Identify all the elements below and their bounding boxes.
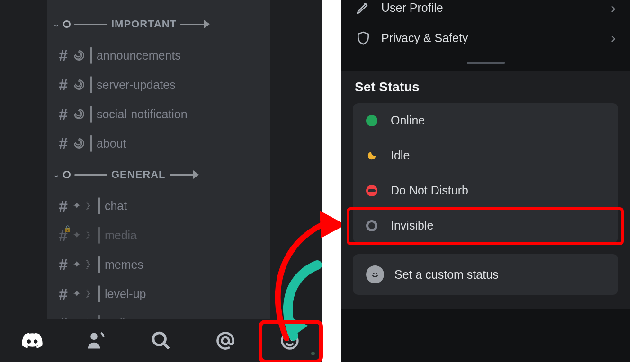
dnd-icon <box>366 185 377 196</box>
person-wave-icon <box>86 330 107 351</box>
megaphone-icon <box>72 78 86 91</box>
hash-locked-icon: #🔒 <box>59 226 68 245</box>
channel-name: social-notification <box>97 107 188 121</box>
hash-icon: # <box>59 46 68 65</box>
decor-arrow-line-icon <box>170 174 194 176</box>
settings-row-privacy-safety[interactable]: Privacy & Safety › <box>356 19 616 57</box>
chevron-right-icon: › <box>611 30 616 46</box>
status-label: Online <box>391 114 425 127</box>
channel-name: memes <box>105 258 143 272</box>
svg-point-9 <box>376 273 377 274</box>
hash-icon: # <box>59 256 68 274</box>
channel-item[interactable]: # server-updates <box>47 70 270 99</box>
star-icon: ✦ <box>72 200 81 212</box>
star-icon: ✦ <box>72 229 81 241</box>
channel-item[interactable]: # social-notification <box>47 99 270 129</box>
hash-icon: # <box>59 76 68 94</box>
svg-point-0 <box>90 333 98 340</box>
divider-icon <box>90 106 92 123</box>
svg-point-1 <box>153 333 166 345</box>
decor-line-icon <box>74 174 107 176</box>
divider-icon <box>98 227 100 244</box>
set-status-title: Set Status <box>355 79 618 95</box>
settings-label: Privacy & Safety <box>381 31 468 45</box>
star-icon: ✦ <box>72 258 81 271</box>
channel-item-muted[interactable]: #🔒 ✦ 》 media <box>47 221 270 250</box>
channel-item[interactable]: # ✦ 》 level-up <box>47 279 270 309</box>
hash-icon: # <box>59 105 68 124</box>
annotation-highlight-box-icon <box>259 320 323 362</box>
decor-arrow-line-icon <box>180 24 205 25</box>
set-custom-status-button[interactable]: Set a custom status <box>353 254 618 295</box>
section-header-general[interactable]: ⌄ GENERAL <box>47 158 270 191</box>
divider-icon <box>98 197 100 214</box>
sheet-handle-icon[interactable] <box>467 62 505 64</box>
channel-name: about <box>97 137 126 150</box>
settings-row-user-profile[interactable]: User Profile › <box>356 0 616 19</box>
channel-name: server-updates <box>97 78 176 92</box>
tab-servers[interactable] <box>9 327 56 355</box>
chevrons-icon: 》 <box>86 229 94 242</box>
hash-icon: # <box>59 197 68 215</box>
chevron-down-icon: ⌄ <box>53 20 59 27</box>
channel-item[interactable]: # about <box>47 129 270 158</box>
tab-mentions[interactable] <box>202 327 249 355</box>
custom-status-label: Set a custom status <box>394 268 499 282</box>
section-label: GENERAL <box>111 168 166 181</box>
svg-point-8 <box>373 273 375 274</box>
idle-icon <box>366 150 377 161</box>
megaphone-icon <box>72 49 86 62</box>
channel-item[interactable]: # ✦ 》 chat <box>47 191 270 221</box>
chevrons-icon: 》 <box>86 288 94 300</box>
tab-search[interactable] <box>137 327 185 355</box>
pencil-icon <box>356 0 371 15</box>
channel-name: chat <box>105 199 127 213</box>
tab-friends[interactable] <box>73 327 120 355</box>
divider-icon <box>90 47 92 64</box>
circle-icon <box>63 20 71 28</box>
decor-line-icon <box>74 24 107 25</box>
divider-icon <box>98 285 100 302</box>
megaphone-icon <box>72 137 86 150</box>
section-header-important[interactable]: ⌄ IMPORTANT <box>47 8 270 41</box>
chevrons-icon: 》 <box>86 200 94 212</box>
divider-icon <box>98 256 100 273</box>
status-option-idle[interactable]: Idle <box>353 138 618 173</box>
circle-icon <box>63 171 71 178</box>
chevrons-icon: 》 <box>86 258 94 271</box>
channel-item[interactable]: # ✦ 》 memes <box>47 250 270 279</box>
channel-list[interactable]: ⌄ IMPORTANT # announcements # <box>47 0 270 362</box>
online-icon <box>366 115 377 126</box>
hash-icon: # <box>59 134 68 153</box>
right-screenshot: User Profile › Privacy & Safety › Set St… <box>341 0 630 362</box>
shield-icon <box>356 30 371 45</box>
discord-logo-icon <box>22 330 43 351</box>
status-option-dnd[interactable]: Do Not Disturb <box>353 173 618 208</box>
divider-icon <box>90 135 92 152</box>
status-label: Idle <box>391 149 410 162</box>
annotation-highlight-box-icon <box>347 207 624 245</box>
section-label: IMPORTANT <box>111 18 177 30</box>
at-icon <box>215 330 236 351</box>
channel-name: level-up <box>105 287 146 301</box>
chevron-down-icon: ⌄ <box>53 171 59 178</box>
search-icon <box>151 330 171 351</box>
settings-label: User Profile <box>381 1 443 15</box>
channel-name: announcements <box>97 49 181 62</box>
set-status-sheet: Set Status Online Idle Do Not Disturb <box>341 71 630 309</box>
megaphone-icon <box>72 107 86 121</box>
hash-icon: # <box>59 285 68 303</box>
status-option-online[interactable]: Online <box>353 103 618 138</box>
channel-name: media <box>105 229 137 242</box>
chevron-right-icon: › <box>611 0 616 16</box>
divider-icon <box>90 76 92 93</box>
channel-item[interactable]: # announcements <box>47 41 270 70</box>
star-icon: ✦ <box>72 288 81 300</box>
left-screenshot: ⌄ IMPORTANT # announcements # <box>0 0 322 362</box>
smiley-icon <box>366 265 384 283</box>
status-label: Do Not Disturb <box>391 184 468 197</box>
